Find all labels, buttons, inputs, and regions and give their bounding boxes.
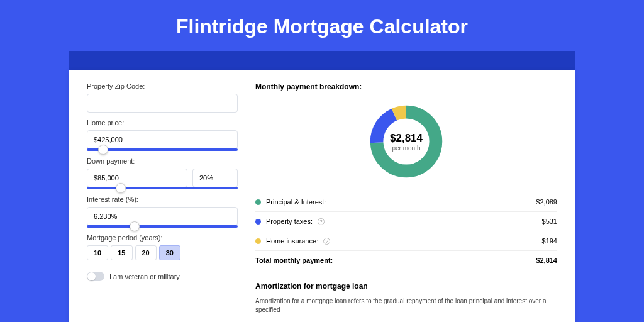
help-icon[interactable]: ? bbox=[323, 238, 330, 245]
results-panel: Monthly payment breakdown: $2,814 per mo… bbox=[255, 82, 557, 312]
down-label: Down payment: bbox=[87, 157, 238, 165]
price-slider[interactable] bbox=[87, 148, 238, 151]
amort-title: Amortization for mortgage loan bbox=[255, 282, 557, 291]
amortization-section: Amortization for mortgage loan Amortizat… bbox=[255, 282, 557, 314]
price-input[interactable] bbox=[87, 130, 238, 149]
dot-icon bbox=[255, 219, 261, 225]
legend-row-taxes: Property taxes:? $531 bbox=[255, 212, 557, 231]
down-slider[interactable] bbox=[87, 187, 238, 189]
donut-sub: per month bbox=[392, 145, 420, 152]
price-label: Home price: bbox=[87, 119, 238, 126]
breakdown-title: Monthly payment breakdown: bbox=[255, 82, 557, 91]
rate-label: Interest rate (%): bbox=[87, 196, 238, 203]
legend: Principal & Interest: $2,089 Property ta… bbox=[255, 192, 557, 270]
header-bar bbox=[69, 51, 575, 70]
dot-icon bbox=[255, 199, 261, 205]
legend-row-total: Total monthly payment: $2,814 bbox=[255, 251, 557, 270]
period-label: Mortgage period (years): bbox=[87, 234, 238, 242]
period-15-button[interactable]: 15 bbox=[111, 245, 132, 260]
calculator-card: Property Zip Code: Home price: Down paym… bbox=[69, 70, 575, 322]
page-title: Flintridge Mortgage Calculator bbox=[0, 0, 644, 51]
period-30-button[interactable]: 30 bbox=[159, 245, 180, 260]
legend-row-principal: Principal & Interest: $2,089 bbox=[255, 192, 557, 212]
dot-icon bbox=[255, 238, 261, 244]
rate-slider[interactable] bbox=[87, 225, 238, 228]
legend-label: Property taxes: bbox=[266, 218, 313, 225]
inputs-panel: Property Zip Code: Home price: Down paym… bbox=[87, 82, 238, 312]
help-icon[interactable]: ? bbox=[318, 218, 325, 225]
legend-label: Home insurance: bbox=[266, 237, 318, 245]
rate-input[interactable] bbox=[87, 207, 238, 226]
amort-text: Amortization for a mortgage loan refers … bbox=[255, 297, 557, 314]
donut-total: $2,814 bbox=[390, 132, 423, 145]
legend-row-insurance: Home insurance:? $194 bbox=[255, 231, 557, 251]
zip-input[interactable] bbox=[87, 94, 238, 113]
period-group: 10 15 20 30 bbox=[87, 245, 238, 260]
veteran-label: I am veteran or military bbox=[109, 273, 180, 280]
period-20-button[interactable]: 20 bbox=[135, 245, 157, 260]
zip-label: Property Zip Code: bbox=[87, 82, 238, 90]
total-label: Total monthly payment: bbox=[255, 257, 333, 264]
payment-donut-chart: $2,814 per month bbox=[367, 103, 445, 180]
down-pct-input[interactable] bbox=[192, 169, 238, 187]
total-value: $2,814 bbox=[536, 257, 557, 264]
legend-value: $194 bbox=[542, 237, 557, 245]
legend-label: Principal & Interest: bbox=[266, 198, 326, 206]
veteran-toggle[interactable] bbox=[87, 272, 104, 281]
legend-value: $2,089 bbox=[536, 198, 557, 206]
period-10-button[interactable]: 10 bbox=[87, 245, 108, 260]
down-input[interactable] bbox=[87, 169, 187, 187]
legend-value: $531 bbox=[542, 218, 557, 225]
